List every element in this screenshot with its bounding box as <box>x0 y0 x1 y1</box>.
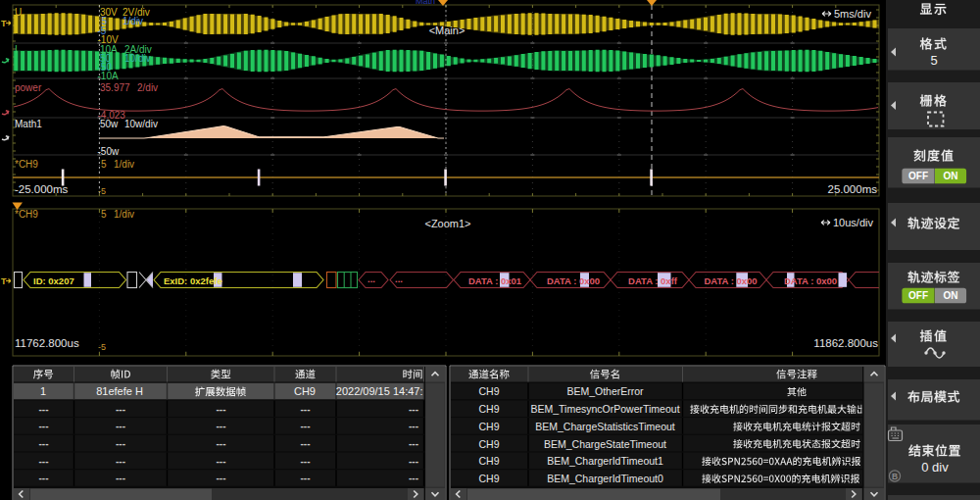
svg-text:...: ... <box>368 274 375 284</box>
svg-text:---: --- <box>301 421 311 431</box>
svg-text:---: --- <box>39 438 49 449</box>
svg-text:I: I <box>15 44 18 55</box>
svg-text:---: --- <box>217 404 226 415</box>
svg-text:---: --- <box>116 421 125 431</box>
svg-text:---: --- <box>409 438 418 449</box>
svg-text:50w: 50w <box>100 119 119 129</box>
svg-text:CH9: CH9 <box>478 421 499 432</box>
svg-text:ON: ON <box>944 171 958 181</box>
svg-text:ID: 0x207: ID: 0x207 <box>33 275 74 286</box>
svg-text:5ms/div: 5ms/div <box>834 8 871 20</box>
svg-text:---: --- <box>116 438 125 449</box>
svg-text:CH9: CH9 <box>478 455 499 467</box>
svg-text:---: --- <box>39 404 49 415</box>
svg-text:BEM_ChargerIdTimeout1: BEM_ChargerIdTimeout1 <box>547 455 663 467</box>
svg-text:DATA : 0x00: DATA : 0x00 <box>547 275 600 286</box>
svg-text:ON: ON <box>944 290 958 301</box>
svg-text:---: --- <box>301 456 311 467</box>
svg-text:<Main>: <Main> <box>429 25 466 36</box>
svg-text:---: --- <box>116 456 125 467</box>
svg-text:0 div: 0 div <box>921 460 949 475</box>
svg-text:---: --- <box>116 404 125 415</box>
svg-text:-50w: -50w <box>98 146 120 157</box>
svg-text:10us/div: 10us/div <box>833 217 873 228</box>
svg-text:10w/div: 10w/div <box>124 119 158 129</box>
svg-text:BEM_ChargeStateTimeout: BEM_ChargeStateTimeout <box>544 438 666 450</box>
svg-text:CH9: CH9 <box>478 403 499 415</box>
svg-text:-10A: -10A <box>98 71 119 81</box>
svg-text:---: --- <box>116 473 125 483</box>
svg-text:Math1: Math1 <box>15 119 42 129</box>
svg-text:---: --- <box>217 473 226 483</box>
svg-text:---: --- <box>39 473 49 483</box>
svg-text:11862.800us: 11862.800us <box>813 337 878 349</box>
svg-text:Math: Math <box>416 0 435 6</box>
svg-text:5: 5 <box>101 159 107 170</box>
svg-text:25.000ms: 25.000ms <box>827 183 877 195</box>
svg-text:---: --- <box>301 438 311 449</box>
svg-text:BEM_OtherError: BEM_OtherError <box>566 385 644 397</box>
svg-text:BEM_TimesyncOrPowerTimeout: BEM_TimesyncOrPowerTimeout <box>530 403 679 415</box>
svg-text:-5: -5 <box>98 186 106 196</box>
svg-text:1/div: 1/div <box>114 209 134 220</box>
svg-text:---: --- <box>301 404 311 415</box>
svg-text:power: power <box>15 82 42 93</box>
svg-text:10/div: 10/div <box>124 53 151 64</box>
svg-text:*CH9: *CH9 <box>15 209 38 220</box>
svg-text:5: 5 <box>101 209 107 220</box>
svg-text:---: --- <box>409 421 418 431</box>
svg-text:---: --- <box>301 473 311 483</box>
svg-text:DATA : 0x00: DATA : 0x00 <box>784 275 837 286</box>
svg-text:OFF: OFF <box>908 290 928 301</box>
svg-text:BEM_ChargerIdTimeout0: BEM_ChargerIdTimeout0 <box>547 473 663 484</box>
svg-text:---: --- <box>409 456 418 467</box>
svg-text:BEM_ChargeStatisticsTimeout: BEM_ChargeStatisticsTimeout <box>535 421 675 432</box>
svg-text:1/div: 1/div <box>122 16 143 26</box>
svg-text:11762.800us: 11762.800us <box>15 337 79 349</box>
svg-text:...: ... <box>395 274 403 284</box>
svg-text:DATA : 0x00: DATA : 0x00 <box>704 275 757 286</box>
svg-text:1: 1 <box>40 385 46 397</box>
svg-text:1/div: 1/div <box>114 159 134 170</box>
svg-text:---: --- <box>409 473 418 483</box>
svg-text:---: --- <box>217 421 226 431</box>
svg-text:CH9: CH9 <box>478 438 499 450</box>
svg-text:CH9: CH9 <box>294 385 316 397</box>
svg-text:5: 5 <box>930 53 937 68</box>
svg-text:35.977: 35.977 <box>100 82 130 93</box>
svg-text:B: B <box>892 472 898 481</box>
svg-text:2022/09/15 14:47:: 2022/09/15 14:47: <box>336 385 423 397</box>
svg-text:-5: -5 <box>98 342 106 352</box>
svg-text:---: --- <box>39 456 49 467</box>
svg-text:ExID: 0x2fefe: ExID: 0x2fefe <box>164 275 222 286</box>
svg-text:---: --- <box>39 421 49 431</box>
svg-text:DATA : 0xff: DATA : 0xff <box>628 275 678 286</box>
svg-text:<Zoom1>: <Zoom1> <box>424 218 470 229</box>
svg-text:OFF: OFF <box>908 171 928 181</box>
svg-text:CH9: CH9 <box>478 385 499 397</box>
svg-text:U: U <box>15 7 22 18</box>
svg-text:*CH9: *CH9 <box>15 159 38 170</box>
svg-text:DATA : 0x01: DATA : 0x01 <box>468 275 522 286</box>
svg-text:-25.000ms: -25.000ms <box>15 183 69 195</box>
svg-text:---: --- <box>217 456 226 467</box>
svg-text:---: --- <box>409 404 418 415</box>
svg-text:---: --- <box>217 438 226 449</box>
svg-text:2/div: 2/div <box>137 82 158 93</box>
svg-text:CH9: CH9 <box>478 473 499 484</box>
svg-text:81efefe H: 81efefe H <box>96 385 143 397</box>
